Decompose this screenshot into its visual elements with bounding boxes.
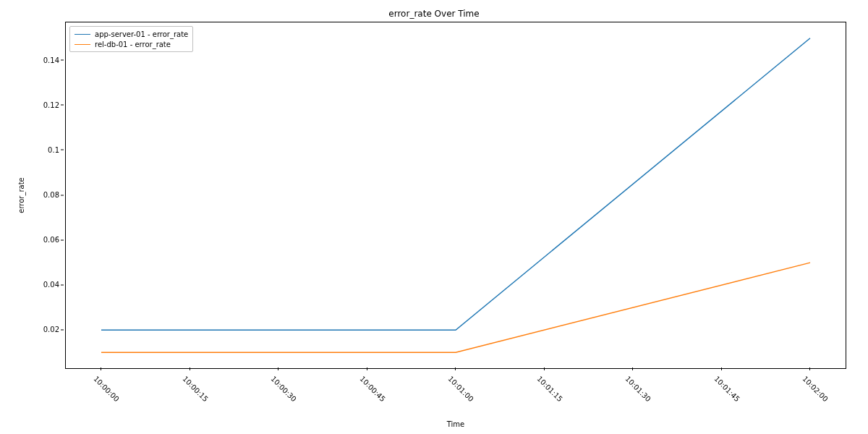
y-tick-label: 0.12 (23, 101, 59, 109)
y-tick-label: 0.14 (23, 56, 59, 64)
line-series-svg (66, 22, 846, 368)
series-line-0 (101, 38, 810, 331)
legend-label-1: rel-db-01 - error_rate (95, 41, 171, 48)
y-tick-label: 0.04 (23, 281, 59, 289)
legend-swatch-0 (75, 34, 90, 35)
series-line-1 (101, 263, 810, 352)
chart-title: error_rate Over Time (0, 9, 868, 19)
x-tick-mark (809, 367, 810, 370)
plot-area (65, 22, 846, 369)
legend-label-0: app-server-01 - error_rate (95, 30, 188, 38)
y-tick-label: 0.06 (23, 236, 59, 244)
x-tick-label: 10:00:00 (92, 375, 121, 404)
x-tick-mark (190, 367, 190, 370)
x-tick-mark (278, 367, 278, 370)
x-tick-label: 10:00:30 (269, 375, 298, 404)
y-tick-label: 0.08 (23, 191, 59, 199)
x-tick-mark (455, 367, 456, 370)
x-tick-label: 10:00:45 (358, 375, 387, 404)
x-tick-mark (632, 367, 633, 370)
x-tick-label: 10:01:45 (712, 375, 741, 404)
x-tick-label: 10:01:30 (624, 375, 652, 404)
x-tick-mark (367, 367, 367, 370)
legend-entry-1: rel-db-01 - error_rate (75, 39, 188, 49)
x-tick-label: 10:02:00 (801, 375, 830, 404)
x-tick-mark (544, 367, 545, 370)
x-tick-mark (101, 367, 101, 370)
legend: app-server-01 - error_rate rel-db-01 - e… (69, 26, 193, 52)
x-tick-label: 10:01:15 (535, 375, 564, 404)
figure: error_rate Over Time error_rate app-serv… (0, 0, 868, 434)
y-tick-label: 0.02 (23, 326, 59, 333)
legend-swatch-1 (75, 44, 90, 45)
x-axis-label: Time (65, 420, 846, 428)
y-tick-label: 0.1 (23, 145, 59, 153)
legend-entry-0: app-server-01 - error_rate (75, 29, 188, 39)
x-tick-label: 10:01:00 (446, 375, 475, 404)
x-tick-mark (721, 367, 722, 370)
x-tick-label: 10:00:15 (181, 375, 210, 404)
